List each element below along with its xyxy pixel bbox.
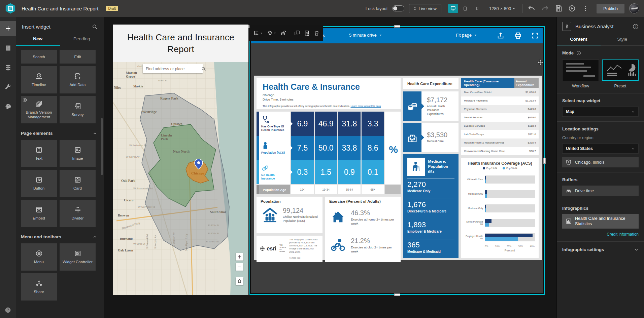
live-view-button[interactable]: Live view	[409, 4, 441, 13]
chart-category-label: Direct Purchase Ins	[465, 221, 485, 225]
widget-tile-timeline[interactable]: Timeline	[21, 66, 57, 93]
resize-handle[interactable]	[394, 293, 400, 296]
undo-button[interactable]	[527, 5, 536, 12]
align-button[interactable]	[252, 29, 264, 37]
widget-tile-card[interactable]: Card	[60, 170, 96, 197]
caret-down-icon	[260, 32, 263, 35]
widget-tile-widget-controller[interactable]: Widget Controller	[60, 243, 96, 271]
infographic-select-button[interactable]: Health Care and Insurance Statistics	[562, 214, 639, 229]
mode-option-preset[interactable]: Preset	[602, 59, 639, 88]
widget-tile-share[interactable]: Share	[21, 273, 57, 301]
chart-background-bar	[485, 219, 535, 227]
desktop-view-button[interactable]	[448, 4, 458, 13]
buffer-dropdown[interactable]: 5 minute drive	[349, 33, 382, 38]
help-icon[interactable]: ?	[633, 24, 639, 30]
population-panel: Population 99,124Civilian Noninstitution…	[257, 197, 323, 233]
axis-tick: 30%	[518, 245, 523, 247]
widget-tile-edit[interactable]: Edit	[60, 50, 96, 64]
export-icon[interactable]	[497, 32, 504, 39]
infographic-settings-toggle[interactable]: Infographic settings	[557, 242, 644, 257]
canvas-size-dropdown[interactable]: 1280 × 800	[489, 6, 515, 11]
tab-pending[interactable]: Pending	[60, 34, 104, 46]
insurance-value-cell: 1.5	[315, 160, 337, 184]
share-icon	[35, 280, 43, 287]
widget-tile-add-data[interactable]: Add Data	[60, 66, 96, 93]
widget-tile-search[interactable]: Search	[21, 50, 57, 64]
redo-button[interactable]	[541, 5, 549, 12]
location-button[interactable]: Chicago, Illinois	[562, 157, 639, 167]
info-icon[interactable]	[576, 51, 581, 55]
left-toolbar-rail: ?	[0, 17, 16, 318]
section-header-menu-and-toolbars[interactable]: Menu and toolbars	[21, 234, 97, 239]
widget-tile-menu[interactable]: Menu	[21, 243, 57, 271]
infographic-widget[interactable]: Health Care and Insurance Statistics 5 m…	[249, 26, 545, 295]
rail-theme[interactable]	[0, 99, 16, 114]
section-header-page-elements[interactable]: Page elements	[21, 131, 97, 136]
country-select[interactable]: United States	[562, 144, 639, 154]
country-label: Country or region	[562, 135, 639, 140]
esri-disclaimer: This infographic contains data provided …	[289, 238, 317, 253]
arrange-button[interactable]	[266, 29, 278, 37]
rail-tools[interactable]	[0, 80, 16, 94]
spending-table-row: Lab Tests/X-rays$111.6	[461, 130, 539, 138]
save-button[interactable]	[554, 5, 563, 12]
phone-view-button[interactable]	[472, 4, 482, 13]
stat-label: Exercise at club 2+ times per week	[351, 245, 397, 254]
search-submit-button[interactable]	[201, 64, 206, 73]
tab-new[interactable]: New	[16, 34, 60, 46]
resize-handle[interactable]	[394, 25, 400, 28]
credit-information-link[interactable]: Credit information	[562, 232, 639, 237]
chevron-down-icon	[512, 7, 515, 10]
widget-tile-text[interactable]: Text	[21, 140, 57, 167]
search-icon[interactable]	[92, 24, 98, 30]
tile-label: Edit	[73, 54, 82, 59]
widget-tile-embed[interactable]: Embed	[21, 200, 57, 227]
rail-page[interactable]	[0, 41, 16, 55]
expenditure-header: Health Care Expenditure	[407, 82, 452, 86]
lock-layout-toggle[interactable]	[392, 5, 404, 11]
zoom-in-button[interactable]: +	[236, 253, 243, 261]
section-header-layout[interactable]: Layout	[21, 308, 97, 308]
help-button[interactable]: ?	[0, 307, 16, 313]
pending-button[interactable]	[303, 29, 311, 37]
home-button[interactable]	[236, 277, 243, 285]
card-icon	[74, 176, 81, 184]
widget-tile-divider[interactable]: Divider	[60, 200, 96, 227]
more-options-button[interactable]	[581, 5, 590, 12]
zoom-out-button[interactable]: −	[236, 263, 243, 271]
search-input[interactable]	[143, 67, 201, 71]
unlock-button[interactable]	[279, 29, 287, 37]
duplicate-button[interactable]	[293, 29, 301, 37]
mode-option-workflow[interactable]: Workflow	[562, 59, 599, 88]
pointer-icon	[35, 176, 43, 184]
spending-header-right: Annual Expenditure	[514, 78, 539, 88]
location-settings-heading: Location settings	[562, 126, 639, 131]
tab-style[interactable]: Style	[601, 34, 644, 45]
insurance-value-cell: 3.3	[362, 112, 384, 136]
delete-button[interactable]	[312, 29, 321, 37]
widget-tile-branch-version-management[interactable]: Branch Version Management	[21, 96, 57, 123]
fit-page-dropdown[interactable]: Fit page	[456, 33, 477, 38]
tab-content[interactable]: Content	[557, 34, 601, 45]
rail-data[interactable]	[0, 60, 16, 75]
widget-tile-image[interactable]: Image	[60, 140, 96, 167]
widget-tile-survey[interactable]: Survey	[60, 96, 96, 123]
print-icon[interactable]	[514, 32, 522, 39]
drive-time-button[interactable]: Drive time	[562, 186, 639, 196]
tile-label: Button	[32, 186, 46, 191]
panel-scrollbar[interactable]	[101, 118, 103, 175]
mode-preset-label: Preset	[602, 84, 639, 88]
stat-label: Medical Care	[427, 140, 456, 143]
resize-handle[interactable]	[543, 158, 546, 164]
rail-insert-widget[interactable]	[0, 21, 16, 36]
fullscreen-icon[interactable]	[531, 32, 539, 39]
map-canvas[interactable]: EvanstonGolf RdMorton GroveMain StSkokie…	[113, 62, 248, 295]
widget-tile-button[interactable]: Button	[21, 170, 57, 197]
map-widget[interactable]: Health Care and Insurance Report Evansto…	[113, 25, 248, 295]
tablet-view-button[interactable]	[460, 4, 470, 13]
publish-button[interactable]: Publish	[597, 4, 624, 13]
map-widget-select[interactable]: Map	[562, 107, 639, 117]
preview-button[interactable]	[568, 5, 576, 12]
learn-more-link[interactable]: Learn more about this data	[350, 105, 381, 108]
user-avatar[interactable]	[629, 3, 639, 13]
